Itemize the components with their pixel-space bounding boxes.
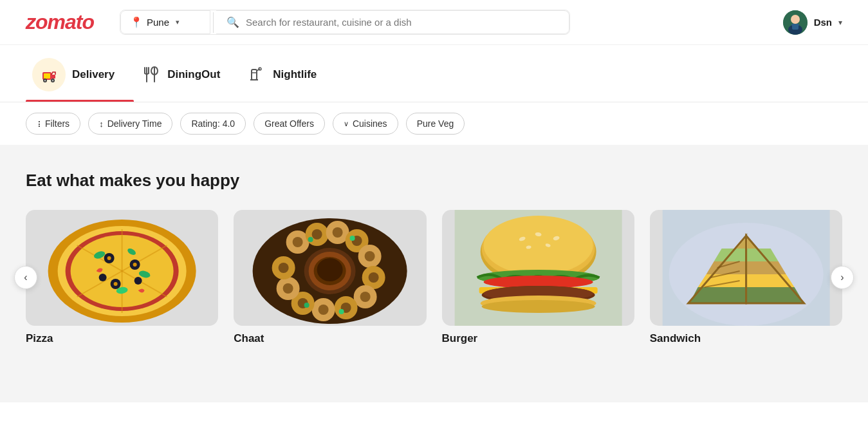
svg-point-60 <box>365 251 375 261</box>
filter-pure-veg[interactable]: Pure Veg <box>406 113 465 135</box>
svg-point-66 <box>283 283 293 294</box>
filter-all[interactable]: ⫶ Filters <box>26 113 80 135</box>
location-dropdown-icon: ▾ <box>176 18 180 26</box>
tab-nightlife-label: Nightlife <box>273 68 317 81</box>
svg-point-57 <box>312 229 322 240</box>
filters-bar: ⫶ Filters ↕ Delivery Time Rating: 4.0 Gr… <box>0 102 868 145</box>
svg-point-43 <box>317 258 343 281</box>
food-card-label-pizza: Pizza <box>26 332 53 345</box>
search-input[interactable] <box>246 17 559 28</box>
svg-point-33 <box>133 263 137 267</box>
svg-point-11 <box>52 80 54 82</box>
svg-point-58 <box>333 227 343 238</box>
filter-great-offers[interactable]: Great Offers <box>254 113 325 135</box>
svg-point-75 <box>483 216 593 275</box>
svg-point-30 <box>134 277 142 285</box>
food-card-label-chaat: Chaat <box>234 332 264 345</box>
svg-marker-92 <box>689 287 746 303</box>
svg-marker-99 <box>746 287 804 303</box>
svg-rect-4 <box>791 24 799 26</box>
tab-delivery-label: Delivery <box>72 68 115 81</box>
svg-marker-100 <box>746 274 794 287</box>
delivery-icon-bg <box>32 58 66 91</box>
svg-point-61 <box>369 272 379 283</box>
filter-cuisines[interactable]: ∨ Cuisines <box>333 113 398 135</box>
svg-rect-6 <box>44 73 50 79</box>
user-name: Dsn <box>814 17 832 28</box>
svg-point-8 <box>44 80 46 82</box>
food-cards: Pizza <box>26 210 842 345</box>
search-icon: 🔍 <box>226 16 239 28</box>
rating-label: Rating: 4.0 <box>191 118 235 129</box>
svg-point-34 <box>114 282 118 286</box>
food-card-chaat[interactable]: Chaat <box>234 210 426 345</box>
pure-veg-label: Pure Veg <box>417 118 454 129</box>
filter-rating[interactable]: Rating: 4.0 <box>180 113 246 135</box>
svg-point-62 <box>360 292 371 302</box>
food-card-label-burger: Burger <box>442 332 478 345</box>
svg-point-68 <box>308 237 313 242</box>
food-card-image-sandwich <box>650 210 842 326</box>
food-card-pizza[interactable]: Pizza <box>26 210 218 345</box>
food-card-image-chaat <box>234 210 426 326</box>
location-pin-icon: 📍 <box>130 16 143 28</box>
user-section[interactable]: Dsn ▾ <box>783 10 842 35</box>
svg-point-1 <box>791 15 800 24</box>
food-card-burger[interactable]: Burger <box>442 210 634 345</box>
diningout-icon <box>140 64 161 85</box>
main-content: Eat what makes you happy ‹ <box>0 145 868 402</box>
header: zomato 📍 Pune ▾ 🔍 Dsn ▾ <box>0 0 868 45</box>
svg-rect-9 <box>50 75 55 79</box>
search-divider <box>213 12 214 33</box>
svg-point-64 <box>319 305 329 315</box>
logo[interactable]: zomato <box>26 10 94 34</box>
location-city: Pune <box>147 17 169 28</box>
tab-delivery[interactable]: Delivery <box>26 45 134 102</box>
great-offers-label: Great Offers <box>264 118 314 129</box>
tab-diningout[interactable]: DiningOut <box>134 52 239 95</box>
cuisines-label: Cuisines <box>353 118 387 129</box>
svg-point-31 <box>99 274 107 281</box>
filter-delivery-time[interactable]: ↕ Delivery Time <box>88 113 172 135</box>
carousel-left-arrow[interactable]: ‹ <box>14 266 37 289</box>
svg-rect-15 <box>252 70 257 80</box>
food-carousel: ‹ <box>26 210 842 345</box>
food-card-label-sandwich: Sandwich <box>650 332 701 345</box>
food-card-image-pizza <box>26 210 218 326</box>
user-dropdown-icon: ▾ <box>838 18 842 27</box>
avatar-icon <box>783 10 808 35</box>
food-card-image-burger <box>442 210 634 326</box>
cuisines-icon: ∨ <box>344 120 349 128</box>
filters-label: Filters <box>45 118 69 129</box>
tab-diningout-label: DiningOut <box>167 68 220 81</box>
location-selector[interactable]: 📍 Pune ▾ <box>120 10 210 34</box>
svg-point-69 <box>350 236 355 241</box>
svg-point-56 <box>293 237 303 247</box>
delivery-time-label: Delivery Time <box>107 118 162 129</box>
svg-point-32 <box>107 256 111 260</box>
nav-tabs: Delivery DiningOut Nightlife <box>0 45 868 102</box>
delivery-icon <box>39 64 59 85</box>
svg-point-71 <box>339 309 344 314</box>
tab-nightlife[interactable]: Nightlife <box>239 52 336 95</box>
filters-icon: ⫶ <box>37 118 41 129</box>
search-bar-wrapper: 📍 Pune ▾ 🔍 <box>120 10 570 35</box>
delivery-time-icon: ↕ <box>99 119 104 129</box>
food-card-sandwich[interactable]: Sandwich <box>650 210 842 345</box>
svg-point-87 <box>481 300 595 313</box>
avatar <box>783 10 808 35</box>
search-bar[interactable]: 🔍 <box>216 10 569 34</box>
nightlife-icon <box>246 64 266 85</box>
section-title: Eat what makes you happy <box>26 171 842 191</box>
carousel-right-arrow[interactable]: › <box>831 266 854 289</box>
svg-point-70 <box>304 303 309 308</box>
svg-point-67 <box>279 263 289 273</box>
